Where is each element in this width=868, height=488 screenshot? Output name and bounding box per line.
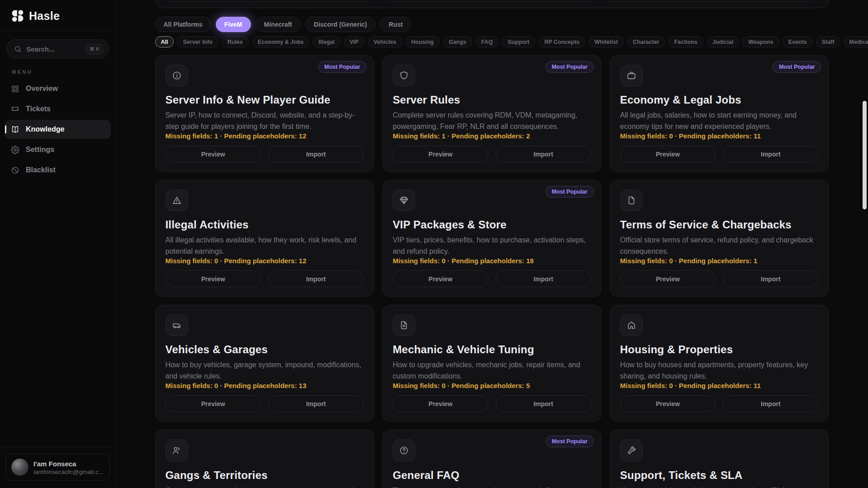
profile-name: I'am Fonseca (33, 459, 104, 469)
preview-button[interactable]: Preview (166, 395, 261, 412)
category-chip-medical[interactable]: Medical (844, 36, 868, 47)
import-button[interactable]: Import (496, 395, 591, 412)
category-chip-staff[interactable]: Staff (816, 36, 840, 47)
import-button[interactable]: Import (268, 395, 364, 412)
platform-tab-minecraft[interactable]: Minecraft (256, 17, 301, 32)
card-status: Missing fields: 1 · Pending placeholders… (393, 132, 591, 146)
category-chip-illegal[interactable]: Illegal (313, 36, 340, 47)
app-title: Hasle (29, 9, 60, 23)
most-popular-badge: Most Popular (545, 61, 594, 73)
category-chip-judicial[interactable]: Judicial (707, 36, 740, 47)
template-card-housing-properties: Housing & PropertiesHow to buy houses an… (610, 305, 829, 422)
scrollbar-thumb[interactable] (863, 101, 867, 209)
sidebar-item-blacklist[interactable]: Blacklist (5, 161, 111, 180)
category-filter-chips: AllServer InfoRulesEconomy & JobsIllegal… (155, 36, 829, 47)
card-title: Terms of Service & Chargebacks (620, 218, 819, 231)
platform-tab-all-platforms[interactable]: All Platforms (155, 17, 211, 32)
template-card-mechanic-vehicle-tuning: Mechanic & Vehicle TuningHow to upgrade … (382, 305, 602, 422)
preview-button[interactable]: Preview (166, 146, 261, 162)
card-status: Missing fields: 0 · Pending placeholders… (166, 257, 364, 270)
card-description: Server IP, how to connect, Discord, webs… (166, 109, 364, 132)
template-card-gangs-territories: Gangs & TerritoriesGang system, how to j… (155, 430, 375, 488)
import-button[interactable]: Import (723, 146, 818, 162)
preview-button[interactable]: Preview (620, 146, 716, 162)
category-chip-factions[interactable]: Factions (668, 36, 703, 47)
category-chip-support[interactable]: Support (502, 36, 536, 47)
ban-icon (11, 166, 19, 175)
toolbar-field-partial (165, 0, 371, 2)
search-input[interactable] (26, 45, 81, 53)
card-actions: PreviewImport (393, 146, 591, 162)
sidebar-item-label: Knowledge (26, 125, 64, 133)
sidebar-item-tickets[interactable]: Tickets (5, 99, 111, 118)
template-card-support-tickets-sla: Support, Tickets & SLAHow to open ticket… (610, 430, 829, 488)
category-chip-faq[interactable]: FAQ (475, 36, 499, 47)
card-actions: PreviewImport (166, 395, 364, 412)
card-status: Missing fields: 0 · Pending placeholders… (166, 382, 364, 395)
category-chip-rules[interactable]: Rules (222, 36, 249, 47)
top-toolbar-partial (155, 0, 829, 8)
most-popular-badge: Most Popular (773, 61, 821, 73)
card-actions: PreviewImport (620, 146, 819, 162)
tool-icon (626, 445, 636, 455)
category-chip-rp-concepts[interactable]: RP Concepts (538, 36, 585, 47)
hasle-logo-icon (11, 9, 24, 23)
category-chip-vip[interactable]: VIP (344, 36, 365, 47)
category-chip-weapons[interactable]: Weapons (742, 36, 779, 47)
preview-button[interactable]: Preview (393, 395, 488, 412)
preview-button[interactable]: Preview (393, 146, 488, 162)
info-icon (172, 71, 182, 81)
card-title: General FAQ (393, 469, 591, 482)
card-title: Mechanic & Vehicle Tuning (393, 343, 591, 356)
platform-tab-discord-generic[interactable]: Discord (Generic) (305, 17, 375, 32)
card-description: How to buy vehicles, garage system, impo… (166, 359, 364, 382)
template-card-general-faq: Most PopularGeneral FAQThe most common p… (382, 430, 602, 488)
category-chip-server-info[interactable]: Server Info (177, 36, 218, 47)
template-card-server-rules: Most PopularServer RulesComplete server … (382, 55, 602, 172)
preview-button[interactable]: Preview (620, 395, 716, 412)
card-description: How to buy houses and apartments, proper… (620, 359, 819, 382)
sidebar: Hasle ⌘ K MENU OverviewTicketsKnowledgeS… (0, 0, 116, 488)
profile-card[interactable]: I'am Fonseca iamfonsecaofc@gmail.c... (5, 454, 110, 481)
import-button[interactable]: Import (496, 270, 591, 287)
preview-button[interactable]: Preview (166, 270, 261, 287)
category-chip-housing[interactable]: Housing (405, 36, 440, 47)
card-status: Missing fields: 0 · Pending placeholders… (620, 382, 819, 395)
card-title: Vehicles & Garages (166, 343, 364, 356)
search-box[interactable]: ⌘ K (6, 39, 109, 58)
category-chip-vehicles[interactable]: Vehicles (368, 36, 402, 47)
card-icon-box (393, 190, 415, 211)
platform-tab-rust[interactable]: Rust (380, 17, 411, 32)
card-description: The most common player questions answere… (393, 485, 591, 488)
briefcase-icon (626, 71, 636, 81)
sidebar-item-settings[interactable]: Settings (5, 140, 111, 159)
import-button[interactable]: Import (496, 146, 591, 162)
sidebar-item-overview[interactable]: Overview (5, 79, 111, 98)
import-button[interactable]: Import (268, 146, 364, 162)
import-button[interactable]: Import (723, 395, 818, 412)
most-popular-badge: Most Popular (545, 186, 594, 198)
category-chip-character[interactable]: Character (627, 36, 665, 47)
toolbar-field-partial (607, 0, 812, 2)
shield-icon (399, 71, 409, 81)
category-chip-economy-jobs[interactable]: Economy & Jobs (252, 36, 309, 47)
category-chip-whitelist[interactable]: Whitelist (588, 36, 624, 47)
category-chip-gangs[interactable]: Gangs (443, 36, 472, 47)
category-chip-all[interactable]: All (155, 36, 174, 47)
card-description: How to open tickets, priorities, respons… (620, 485, 819, 488)
platform-tab-fivem[interactable]: FiveM (216, 17, 251, 32)
preview-button[interactable]: Preview (393, 270, 488, 287)
card-status: Missing fields: 0 · Pending placeholders… (620, 257, 819, 270)
sidebar-item-knowledge[interactable]: Knowledge (5, 120, 111, 139)
card-title: VIP Packages & Store (393, 218, 591, 231)
category-chip-events[interactable]: Events (783, 36, 813, 47)
card-icon-box (166, 65, 188, 86)
card-description: How to upgrade vehicles, mechanic jobs, … (393, 359, 591, 382)
card-description: All illegal activities available, how th… (166, 234, 364, 257)
help-icon (399, 445, 409, 455)
import-button[interactable]: Import (723, 270, 818, 287)
preview-button[interactable]: Preview (620, 270, 716, 287)
card-icon-box (166, 314, 188, 336)
import-button[interactable]: Import (268, 270, 364, 287)
sidebar-footer: I'am Fonseca iamfonsecaofc@gmail.c... (0, 447, 115, 488)
